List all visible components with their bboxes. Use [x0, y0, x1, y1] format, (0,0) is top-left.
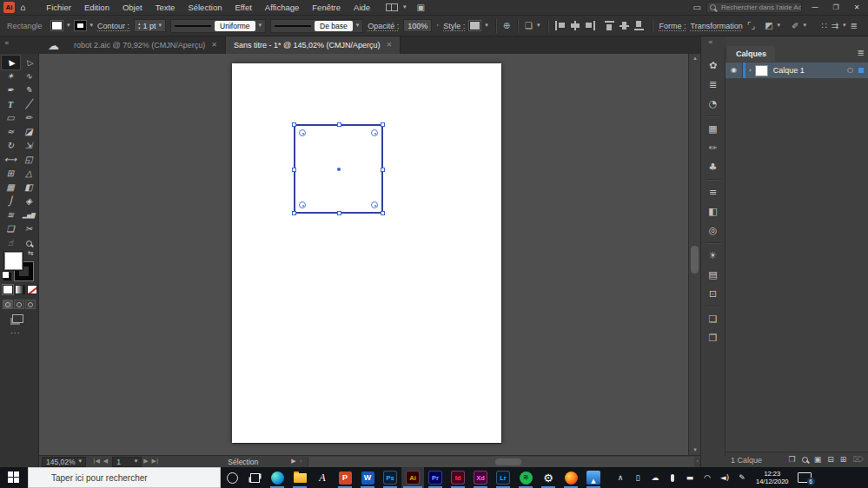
color-guide-panel-icon[interactable]: ≣ — [701, 75, 725, 94]
layer-row[interactable]: ◉ › Calque 1 ○ — [726, 63, 868, 78]
align-center-icon[interactable] — [570, 21, 580, 30]
corner-widget-sw[interactable] — [299, 201, 306, 208]
magic-wand-tool[interactable]: ✶ — [2, 69, 20, 83]
opacity-field[interactable]: 100% — [403, 19, 432, 32]
scroll-right-icon[interactable]: › — [696, 458, 699, 465]
style-chevron-icon[interactable]: ▾ — [485, 23, 488, 29]
layer-expand-icon[interactable]: › — [749, 68, 752, 74]
tray-wifi-icon[interactable]: ◠ — [699, 474, 716, 482]
last-artboard-icon[interactable]: ▶| — [152, 458, 159, 465]
align-top-icon[interactable] — [605, 21, 615, 30]
layer-target-icon[interactable]: ○ — [847, 67, 853, 74]
taskbar-word[interactable]: W — [356, 467, 379, 488]
collect-for-export-icon[interactable]: ❐ — [789, 456, 796, 464]
workspace-switch-icon[interactable]: ⇉ — [832, 22, 838, 30]
scroll-down-icon[interactable]: ▾ — [689, 447, 701, 453]
transparency-panel-icon[interactable]: ◎ — [701, 221, 725, 240]
rectangle-tool[interactable]: ▭ — [2, 111, 20, 125]
next-artboard-icon[interactable]: ▶ — [143, 458, 148, 465]
brush-definition-dropdown[interactable]: De base ▾ — [270, 19, 363, 33]
panel-list-icon[interactable]: ≣ — [851, 22, 858, 30]
none-button[interactable] — [27, 285, 37, 294]
menu-fichier[interactable]: Fichier — [46, 3, 71, 12]
isolate-object-icon[interactable]: ⌜⌟ — [747, 22, 755, 30]
tray-onedrive-icon[interactable]: ☁ — [646, 474, 664, 482]
workspace-grid-icon[interactable]: ∷ — [821, 22, 826, 30]
transform-link[interactable]: Transformation — [691, 22, 743, 30]
shape-builder-tool[interactable]: ⊞ — [2, 167, 20, 181]
graphic-styles-panel-icon[interactable]: ▤ — [701, 265, 725, 284]
rotate-tool[interactable]: ↻ — [2, 139, 20, 153]
tray-device-icon[interactable]: ▬ — [681, 474, 699, 482]
taskbar-xd[interactable]: Xd — [469, 467, 492, 488]
width-profile-dropdown[interactable]: Uniforme ▾ — [170, 19, 266, 33]
task-view-button[interactable] — [243, 467, 266, 488]
tray-phone-icon[interactable]: ▯ — [629, 474, 646, 482]
center-point[interactable] — [337, 168, 341, 171]
layer-thumbnail[interactable] — [755, 65, 768, 76]
help-search[interactable] — [706, 2, 802, 13]
style-link[interactable]: Style : — [443, 22, 465, 30]
taskbar-a-app[interactable]: A — [311, 467, 334, 488]
locate-object-icon[interactable] — [802, 456, 808, 465]
handle-sw[interactable] — [292, 211, 296, 215]
opacity-chevron-icon[interactable]: › — [436, 23, 439, 29]
lasso-tool[interactable]: ∿ — [20, 69, 38, 83]
stroke-width-field[interactable]: ▴▾ 1 pt ▾ — [134, 19, 166, 32]
shape-link[interactable]: Forme : — [659, 22, 686, 30]
symbol-sprayer-tool[interactable]: ≋ — [2, 208, 20, 222]
align-middle-icon[interactable] — [620, 21, 630, 30]
menu-objet[interactable]: Objet — [123, 3, 142, 12]
menu-fenetre[interactable]: Fenêtre — [312, 3, 341, 12]
shape-properties-icon[interactable]: ✐ — [792, 22, 798, 30]
selected-rectangle[interactable] — [294, 124, 383, 214]
fill-color-swatch[interactable] — [51, 21, 63, 30]
help-search-input[interactable] — [706, 2, 802, 13]
close-button[interactable]: ✕ — [849, 2, 865, 14]
taskbar-explorer[interactable] — [288, 467, 311, 488]
layer-visibility-icon[interactable]: ◉ — [726, 63, 743, 78]
corner-widget-se[interactable] — [371, 201, 378, 208]
color-panel-icon[interactable]: ✿ — [701, 56, 725, 75]
gpu-performance-icon[interactable]: ▭ — [693, 3, 701, 12]
select-similar-chevron-icon[interactable]: ▾ — [778, 23, 781, 29]
tab-sans-titre[interactable]: Sans titre - 1* @ 145,02% (CMJN/Aperçu) … — [226, 36, 401, 54]
vertical-scroll-thumb[interactable] — [691, 246, 699, 274]
taskbar-edge[interactable] — [266, 467, 288, 488]
contour-link[interactable]: Contour : — [97, 22, 129, 30]
stroke-chevron-icon[interactable]: ▾ — [90, 23, 94, 29]
cortana-button[interactable] — [221, 467, 243, 488]
canvas[interactable] — [39, 54, 688, 455]
tray-ink-icon[interactable]: ✎ — [733, 474, 751, 482]
handle-s[interactable] — [337, 211, 341, 215]
handle-nw[interactable] — [292, 122, 296, 127]
make-mask-icon[interactable]: ▣ — [814, 456, 822, 464]
notification-center-icon[interactable]: 6 — [798, 472, 812, 483]
align-bottom-icon[interactable] — [634, 21, 645, 30]
handle-e[interactable] — [381, 168, 385, 172]
mesh-tool[interactable]: ▦ — [2, 181, 20, 195]
align-right-icon[interactable] — [585, 21, 595, 30]
shaper-tool[interactable]: ≈ — [2, 125, 20, 139]
corner-widget-nw[interactable] — [299, 129, 306, 136]
blend-tool[interactable]: ◈ — [20, 195, 38, 208]
document-setup-icon[interactable]: ❏ — [525, 22, 533, 30]
first-artboard-icon[interactable]: |◀ — [93, 458, 100, 465]
workspace-chevron-icon[interactable]: ▾ — [843, 23, 846, 29]
zoom-tool[interactable] — [20, 236, 38, 250]
chevron-down-icon[interactable]: ▾ — [403, 4, 407, 10]
taskbar-spotify[interactable]: ≋ — [514, 467, 537, 488]
status-menu-icon[interactable]: ▶ — [291, 458, 295, 465]
select-similar-icon[interactable]: ◩ — [765, 22, 772, 30]
gradient-tool[interactable]: ◧ — [20, 181, 38, 195]
taskbar-lightroom[interactable]: Lr — [492, 467, 514, 488]
document-setup-chevron-icon[interactable]: ▾ — [537, 23, 540, 29]
taskbar-premiere[interactable]: Pr — [424, 467, 447, 488]
hand-tool[interactable]: ☝ — [2, 236, 20, 250]
expand-strip-icon[interactable]: « — [708, 38, 713, 46]
taskbar-photoshop[interactable]: Ps — [379, 467, 401, 488]
menu-affichage[interactable]: Affichage — [265, 3, 299, 12]
curvature-tool[interactable]: ✎ — [20, 83, 38, 97]
restore-button[interactable]: ❐ — [828, 2, 844, 14]
taskbar-settings[interactable]: ⚙ — [537, 467, 560, 488]
